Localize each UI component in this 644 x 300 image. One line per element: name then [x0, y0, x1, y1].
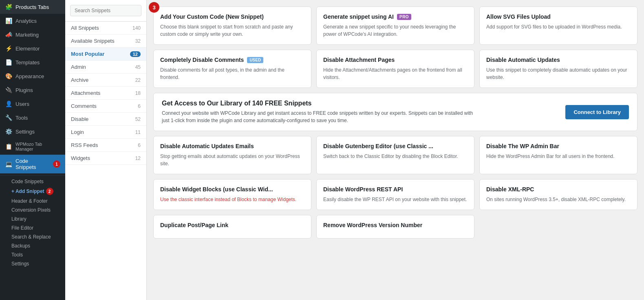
sidebar-item-tools[interactable]: 🔧 Tools — [0, 111, 65, 125]
card-disable-widget-blocks[interactable]: Disable Widget Blocks (use Classic Wid..… — [153, 179, 311, 210]
card-add-custom-code[interactable]: 3 Add Your Custom Code (New Snippet) Cho… — [153, 7, 311, 45]
filter-login[interactable]: Login 11 — [65, 126, 146, 139]
filter-comments[interactable]: Comments 6 — [65, 100, 146, 113]
sidebar-sub-library[interactable]: Library — [0, 215, 65, 223]
card-placeholder — [479, 215, 637, 239]
card-desc: Stop getting emails about automatic upda… — [160, 153, 304, 167]
card-disable-auto-emails[interactable]: Disable Automatic Updates Emails Stop ge… — [153, 136, 311, 174]
sidebar-item-settings[interactable]: ⚙️ Settings — [0, 125, 65, 138]
filter-label: Disable — [71, 116, 88, 122]
card-remove-wp-version[interactable]: Remove WordPress Version Number — [316, 215, 474, 239]
card-generate-ai[interactable]: Generate snippet using AI PRO Generate a… — [316, 7, 474, 45]
cards-row-3: Disable Automatic Updates Emails Stop ge… — [153, 136, 637, 174]
filter-label: Attachments — [71, 90, 100, 96]
pro-badge: PRO — [397, 14, 411, 20]
sidebar-item-label: Analytics — [15, 18, 37, 24]
cards-row-5: Duplicate Post/Page Link Remove WordPres… — [153, 215, 637, 239]
library-banner-title: Get Access to Our Library of 140 FREE Sn… — [162, 100, 480, 107]
sidebar-item-label: Plugins — [15, 87, 33, 93]
used-badge: USED — [247, 57, 263, 63]
sidebar-item-products-tabs[interactable]: 🧩 Products Tabs — [0, 0, 65, 14]
card-disable-admin-bar[interactable]: Disable The WP Admin Bar Hide the WordPr… — [479, 136, 637, 174]
sidebar-sub-file-editor[interactable]: File Editor — [0, 223, 65, 232]
sidebar-item-templates[interactable]: 📄 Templates — [0, 55, 65, 69]
card-desc: Easily disable the WP REST API on your w… — [323, 196, 468, 203]
card-title: Add Your Custom Code (New Snippet) — [160, 13, 304, 20]
sidebar-item-wpmozo[interactable]: 📋 WPMozo Tab Manager — [0, 138, 65, 155]
card-title: Disable XML-RPC — [486, 186, 631, 193]
sidebar-item-appearance[interactable]: 🎨 Appearance — [0, 69, 65, 83]
sidebar-sub-backups[interactable]: Backups — [0, 241, 65, 250]
sidebar-item-label: Users — [15, 101, 29, 107]
card-desc: Hide the WordPress Admin Bar for all use… — [486, 153, 631, 160]
library-banner-text: Get Access to Our Library of 140 FREE Sn… — [162, 100, 480, 124]
card-disable-gutenberg[interactable]: Disable Gutenberg Editor (use Classic ..… — [316, 136, 474, 174]
card-title: Disable Widget Blocks (use Classic Wid..… — [160, 186, 304, 193]
users-icon: 👤 — [5, 100, 12, 107]
connect-to-library-button[interactable]: Connect to Library — [565, 105, 629, 119]
sidebar-item-marketing[interactable]: 📣 Marketing — [0, 28, 65, 42]
marketing-icon: 📣 — [5, 31, 12, 38]
filter-most-popular[interactable]: Most Popular 12 — [65, 48, 146, 61]
sidebar-sub-search-replace[interactable]: Search & Replace — [0, 232, 65, 241]
sidebar-item-users[interactable]: 👤 Users — [0, 97, 65, 111]
code-snippets-badge: 1 — [53, 160, 60, 168]
filter-attachments[interactable]: Attachments 18 — [65, 87, 146, 100]
sidebar-item-elementor[interactable]: ⚡ Elementor — [0, 42, 65, 55]
card-title: Disable Automatic Updates Emails — [160, 143, 304, 149]
tools-icon: 🔧 — [5, 114, 12, 121]
filter-label: Widgets — [71, 155, 90, 161]
products-tabs-icon: 🧩 — [5, 3, 12, 11]
sidebar-sub-code-snippets[interactable]: Code Snippets — [0, 177, 65, 186]
sidebar-item-code-snippets[interactable]: 💻 Code Snippets 1 — [0, 155, 65, 173]
card-title: Remove WordPress Version Number — [323, 222, 468, 228]
card-disable-xmlrpc[interactable]: Disable XML-RPC On sites running WordPre… — [479, 179, 637, 210]
sidebar-sub-tools[interactable]: Tools — [0, 250, 65, 259]
filter-count: 6 — [138, 142, 141, 148]
cards-row-1: 3 Add Your Custom Code (New Snippet) Cho… — [153, 7, 637, 45]
sidebar-sub-settings[interactable]: Settings — [0, 259, 65, 268]
library-banner-desc: Connect your website with WPCode Library… — [162, 109, 480, 124]
card-disable-attachment[interactable]: Disable Attachment Pages Hide the Attach… — [316, 50, 474, 88]
templates-icon: 📄 — [5, 59, 12, 66]
card-title: Disable Attachment Pages — [323, 57, 468, 63]
filter-count: 140 — [132, 25, 141, 31]
filter-count: 18 — [135, 90, 141, 96]
sidebar-sub-conversion-pixels[interactable]: Conversion Pixels — [0, 206, 65, 215]
sidebar-item-analytics[interactable]: 📊 Analytics — [0, 14, 65, 28]
filter-rss-feeds[interactable]: RSS Feeds 6 — [65, 139, 146, 152]
cards-row-4: Disable Widget Blocks (use Classic Wid..… — [153, 179, 637, 210]
card-disable-auto-updates[interactable]: Disable Automatic Updates Use this snipp… — [479, 50, 637, 88]
card-duplicate-post[interactable]: Duplicate Post/Page Link — [153, 215, 311, 239]
main-area: All Snippets 140 Available Snippets 32 M… — [65, 0, 644, 300]
filter-label: Comments — [71, 103, 97, 109]
filter-all-snippets[interactable]: All Snippets 140 — [65, 22, 146, 35]
filter-disable[interactable]: Disable 52 — [65, 113, 146, 126]
card-disable-rest-api[interactable]: Disable WordPress REST API Easily disabl… — [316, 179, 474, 210]
search-input[interactable] — [70, 5, 141, 16]
filter-admin[interactable]: Admin 45 — [65, 61, 146, 74]
filter-label: Login — [71, 129, 84, 135]
filter-count: 22 — [135, 77, 141, 83]
card-title: Completely Disable Comments USED — [160, 57, 304, 63]
sidebar-sub-header-footer[interactable]: Header & Footer — [0, 197, 65, 206]
filter-widgets[interactable]: Widgets 12 — [65, 152, 146, 165]
filter-archive[interactable]: Archive 22 — [65, 74, 146, 87]
filter-label: Available Snippets — [71, 38, 115, 44]
card-desc: Switch back to the Classic Editor by dis… — [323, 153, 468, 160]
filter-count: 45 — [135, 64, 141, 70]
card-title: Disable Automatic Updates — [486, 57, 631, 63]
sidebar-item-label: WPMozo Tab Manager — [15, 142, 60, 151]
sidebar-item-plugins[interactable]: 🔌 Plugins — [0, 83, 65, 97]
plugins-icon: 🔌 — [5, 86, 12, 94]
filter-panel: All Snippets 140 Available Snippets 32 M… — [65, 0, 147, 300]
card-desc: Choose this blank snippet to start from … — [160, 23, 304, 38]
filter-count: 12 — [135, 155, 141, 161]
filter-available[interactable]: Available Snippets 32 — [65, 35, 146, 48]
filter-count: 12 — [130, 51, 141, 57]
sidebar-item-label: Appearance — [15, 73, 44, 79]
sidebar-sub-add-snippet[interactable]: + Add Snippet 2 — [0, 186, 65, 197]
filter-label: Archive — [71, 77, 88, 83]
card-disable-comments[interactable]: Completely Disable Comments USED Disable… — [153, 50, 311, 88]
card-allow-svg[interactable]: Allow SVG Files Upload Add support for S… — [479, 7, 637, 45]
